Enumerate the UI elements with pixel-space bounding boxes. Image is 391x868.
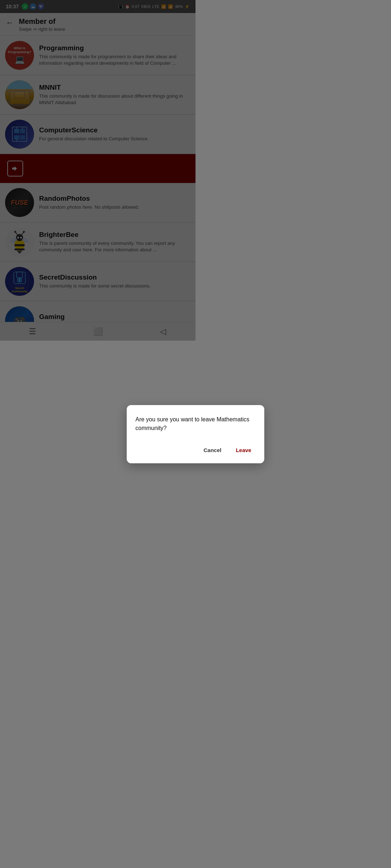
dialog-message: Are you sure you want to leave Mathemati… xyxy=(135,415,196,433)
dialog-overlay: Are you sure you want to leave Mathemati… xyxy=(0,0,196,434)
confirm-dialog: Are you sure you want to leave Mathemati… xyxy=(127,405,196,434)
